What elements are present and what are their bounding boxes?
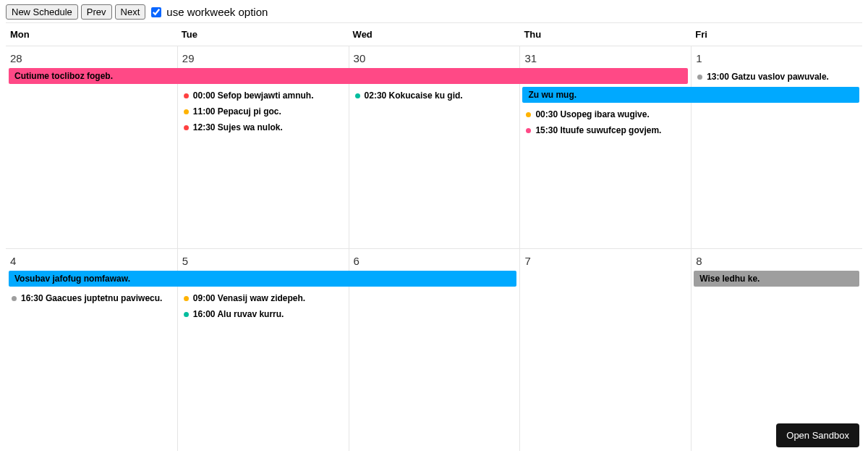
date-number: 29 — [182, 51, 344, 69]
week-row: 282900:00 Sefop bewjawti amnuh.11:00 Pep… — [6, 46, 862, 248]
date-number: 30 — [354, 51, 516, 69]
event-label: 15:30 Ituufe suwufcep govjem. — [535, 125, 661, 135]
event-label: 00:30 Usopeg ibara wugive. — [535, 109, 649, 119]
event-label: 11:00 Pepacuj pi goc. — [193, 106, 281, 117]
event-dot-icon — [184, 125, 189, 130]
event-item[interactable]: 16:00 Alu ruvav kurru. — [182, 306, 344, 322]
event-bar[interactable]: Vosubav jafofug nomfawaw. — [9, 271, 516, 287]
date-number: 8 — [696, 253, 858, 271]
open-sandbox-button[interactable]: Open Sandbox — [776, 423, 859, 447]
event-dot-icon — [184, 312, 189, 317]
event-item[interactable]: 12:30 Sujes wa nulok. — [182, 119, 344, 135]
weekday-header: Thu — [519, 23, 691, 46]
event-label: 02:30 Kokucaise ku gid. — [365, 90, 463, 101]
event-dot-icon — [526, 128, 531, 133]
event-label: 16:30 Gaacues juptetnu paviwecu. — [21, 293, 162, 303]
event-label: 09:00 Venasij waw zidepeh. — [193, 293, 305, 303]
date-number: 31 — [524, 51, 686, 69]
calendar: MonTueWedThuFri 282900:00 Sefop bewjawti… — [6, 22, 862, 451]
date-number: 28 — [10, 51, 173, 69]
event-dot-icon — [184, 109, 189, 114]
event-label: 13:00 Gatzu vaslov pawuvale. — [707, 72, 829, 82]
day-cell[interactable]: 7 — [519, 249, 691, 451]
event-item[interactable]: 11:00 Pepacuj pi goc. — [182, 104, 344, 119]
workweek-checkbox[interactable] — [151, 7, 161, 17]
date-number: 1 — [696, 51, 858, 69]
date-number: 4 — [10, 253, 173, 271]
weekday-header: Tue — [177, 23, 349, 46]
event-label: 16:00 Alu ruvav kurru. — [193, 309, 284, 319]
workweek-label: use workweek option — [166, 6, 268, 18]
event-item[interactable]: 00:30 Usopeg ibara wugive. — [524, 106, 686, 122]
event-item[interactable]: 13:00 Gatzu vaslov pawuvale. — [696, 69, 858, 85]
event-label: 12:30 Sujes wa nulok. — [193, 122, 283, 132]
next-button[interactable]: Next — [115, 4, 146, 20]
event-dot-icon — [184, 93, 189, 98]
event-bar[interactable]: Wise ledhu ke. — [694, 271, 859, 287]
event-bar[interactable]: Cutiume tocliboz fogeb. — [9, 68, 688, 84]
event-item[interactable]: 02:30 Kokucaise ku gid. — [354, 88, 516, 104]
event-item[interactable]: 16:30 Gaacues juptetnu paviwecu. — [10, 290, 173, 306]
event-label: 00:00 Sefop bewjawti amnuh. — [193, 90, 314, 101]
prev-button[interactable]: Prev — [81, 4, 112, 20]
event-bar[interactable]: Zu wu mug. — [522, 87, 859, 103]
date-number: 5 — [182, 253, 344, 271]
event-dot-icon — [697, 75, 702, 80]
weekday-header: Mon — [6, 23, 177, 46]
weekday-header: Fri — [691, 23, 862, 46]
toolbar: New Schedule Prev Next use workweek opti… — [6, 4, 862, 22]
new-schedule-button[interactable]: New Schedule — [6, 4, 78, 20]
date-number: 7 — [524, 253, 686, 271]
event-item[interactable]: 15:30 Ituufe suwufcep govjem. — [524, 122, 686, 138]
event-item[interactable]: 09:00 Venasij waw zidepeh. — [182, 290, 344, 306]
event-dot-icon — [184, 296, 189, 301]
event-dot-icon — [12, 296, 17, 301]
day-cell[interactable]: 113:00 Gatzu vaslov pawuvale. — [691, 46, 862, 248]
date-number: 6 — [354, 253, 516, 271]
weekday-header-row: MonTueWedThuFri — [6, 23, 862, 46]
event-item[interactable]: 00:00 Sefop bewjawti amnuh. — [182, 88, 344, 104]
event-dot-icon — [355, 93, 360, 98]
event-dot-icon — [526, 112, 531, 117]
weekday-header: Wed — [349, 23, 520, 46]
week-row: 416:30 Gaacues juptetnu paviwecu.509:00 … — [6, 248, 862, 451]
